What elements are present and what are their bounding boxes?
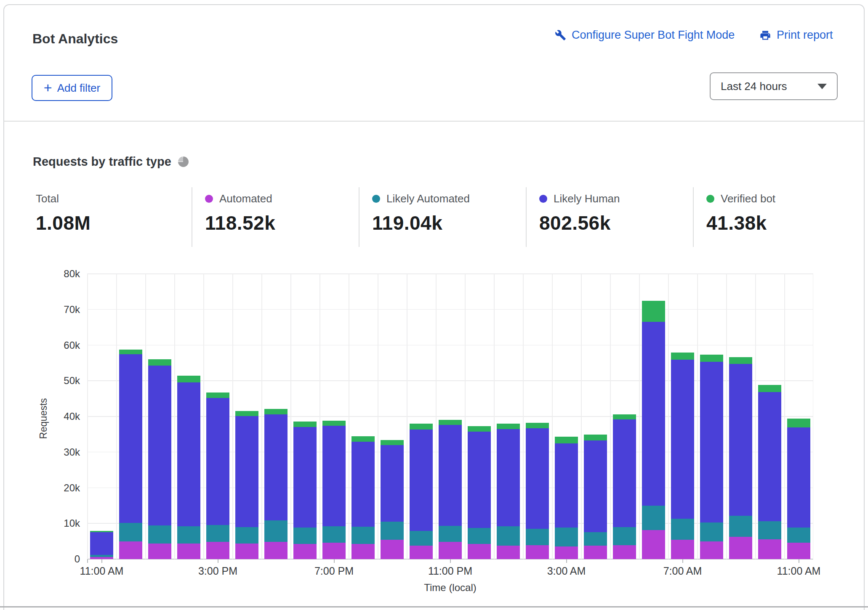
bar-segment-likely-human <box>439 425 462 526</box>
bar-segment-verified-bot <box>148 359 171 365</box>
bar-1000am[interactable] <box>758 385 781 559</box>
bar-segment-verified-bot <box>381 440 404 445</box>
configure-super-bot-fight-mode-link[interactable]: Configure Super Bot Fight Mode <box>555 29 735 42</box>
bar-1200pm[interactable] <box>119 350 142 559</box>
stat-likely-automated[interactable]: Likely Automated 119.04k <box>372 186 470 234</box>
gridline-v <box>465 274 466 559</box>
bot-analytics-screen: Bot Analytics Configure Super Bot Fight … <box>0 0 868 610</box>
bar-segment-likely-automated <box>264 520 288 542</box>
bar-segment-likely-human <box>497 429 520 526</box>
bar-600am[interactable] <box>642 301 665 559</box>
gridline-v <box>639 274 640 559</box>
bar-segment-likely-automated <box>119 523 142 541</box>
bar-400pm[interactable] <box>235 411 258 559</box>
gridline-v <box>203 274 204 559</box>
bar-segment-verified-bot <box>235 411 258 416</box>
bar-segment-automated <box>439 542 462 559</box>
stat-value: 118.52k <box>205 212 275 234</box>
bar-segment-verified-bot <box>729 357 752 364</box>
bar-1100am[interactable] <box>90 531 113 559</box>
stat-automated[interactable]: Automated 118.52k <box>205 186 275 234</box>
bar-800am[interactable] <box>700 355 723 559</box>
bar-segment-likely-automated <box>410 531 433 546</box>
bar-500am[interactable] <box>613 414 636 559</box>
legend-dot-likely-automated <box>372 195 380 203</box>
bar-segment-likely-human <box>555 443 578 528</box>
bar-segment-verified-bot <box>497 424 520 429</box>
bar-segment-likely-automated <box>758 521 781 539</box>
bar-300pm[interactable] <box>206 393 229 559</box>
bar-segment-automated <box>264 542 288 559</box>
bar-segment-likely-human <box>584 440 607 532</box>
bar-200am[interactable] <box>526 423 549 559</box>
bar-1000pm[interactable] <box>410 424 433 559</box>
bar-segment-likely-human <box>322 426 346 526</box>
y-axis-labels: 010k20k30k40k50k60k70k80k <box>38 274 80 559</box>
x-tick <box>218 559 218 563</box>
bar-segment-automated <box>642 530 665 559</box>
bar-segment-automated <box>497 546 520 559</box>
stats-row: Total 1.08M Automated 118.52k Likely Aut… <box>0 186 868 248</box>
stat-likely-human[interactable]: Likely Human 802.56k <box>539 186 620 234</box>
plot-area: 11:00 AM3:00 PM7:00 PM11:00 PM3:00 AM7:0… <box>87 274 813 559</box>
stat-verified-bot[interactable]: Verified bot 41.38k <box>706 186 775 234</box>
add-filter-button[interactable]: + Add filter <box>32 75 112 101</box>
bar-segment-likely-human <box>148 366 171 526</box>
bar-segment-verified-bot <box>468 426 491 432</box>
print-report-link[interactable]: Print report <box>759 29 833 42</box>
bar-segment-likely-human <box>700 362 723 522</box>
bar-segment-verified-bot <box>322 421 346 426</box>
bar-300am[interactable] <box>555 437 578 559</box>
time-range-value: Last 24 hours <box>721 80 787 93</box>
bar-segment-likely-human <box>206 398 229 525</box>
y-tick-label: 80k <box>38 268 80 280</box>
stat-label: Automated <box>219 192 272 205</box>
stat-value: 41.38k <box>706 212 775 234</box>
bar-100pm[interactable] <box>148 359 171 559</box>
bar-segment-verified-bot <box>671 353 694 360</box>
x-tick <box>566 559 567 563</box>
gridline-v <box>145 274 146 559</box>
bar-segment-verified-bot <box>410 424 433 430</box>
bar-segment-likely-human <box>351 442 375 527</box>
stat-label: Likely Automated <box>386 192 470 205</box>
bar-100am[interactable] <box>497 424 520 559</box>
bar-segment-likely-automated <box>293 528 317 544</box>
bar-1100pm[interactable] <box>439 420 462 559</box>
bar-900pm[interactable] <box>381 440 404 559</box>
bar-segment-automated <box>671 540 694 559</box>
stat-value: 1.08M <box>36 212 91 234</box>
gridline-v <box>668 274 669 559</box>
x-axis-outer-tick <box>87 559 88 563</box>
bar-segment-likely-human <box>90 532 113 555</box>
gridline-v <box>261 274 262 559</box>
x-tick-label: 11:00 AM <box>64 565 140 577</box>
gridline-v <box>174 274 175 559</box>
bar-segment-likely-automated <box>642 506 665 530</box>
bar-segment-automated <box>381 540 404 559</box>
gridline-v <box>436 274 437 559</box>
bar-800pm[interactable] <box>351 436 375 559</box>
bar-segment-automated <box>555 546 578 560</box>
bar-segment-verified-bot <box>351 436 375 442</box>
y-tick-label: 50k <box>38 375 80 387</box>
bar-segment-verified-bot <box>555 437 578 443</box>
bar-500pm[interactable] <box>264 409 288 559</box>
bar-400am[interactable] <box>584 435 607 559</box>
bar-segment-likely-human <box>235 416 258 527</box>
bar-600pm[interactable] <box>293 422 317 559</box>
time-range-select[interactable]: Last 24 hours <box>710 72 838 100</box>
bar-1100am[interactable] <box>787 419 810 559</box>
bar-1200am[interactable] <box>468 426 491 559</box>
bar-700am[interactable] <box>671 353 694 559</box>
x-tick <box>450 559 451 563</box>
gridline-v <box>581 274 582 559</box>
bar-segment-likely-automated <box>177 526 200 544</box>
bar-200pm[interactable] <box>177 376 200 559</box>
bar-segment-verified-bot <box>206 393 229 398</box>
gridline-v <box>523 274 524 559</box>
section-title: Requests by traffic type <box>33 155 171 169</box>
gridline-v <box>552 274 553 559</box>
bar-900am[interactable] <box>729 357 752 559</box>
bar-700pm[interactable] <box>322 421 346 559</box>
